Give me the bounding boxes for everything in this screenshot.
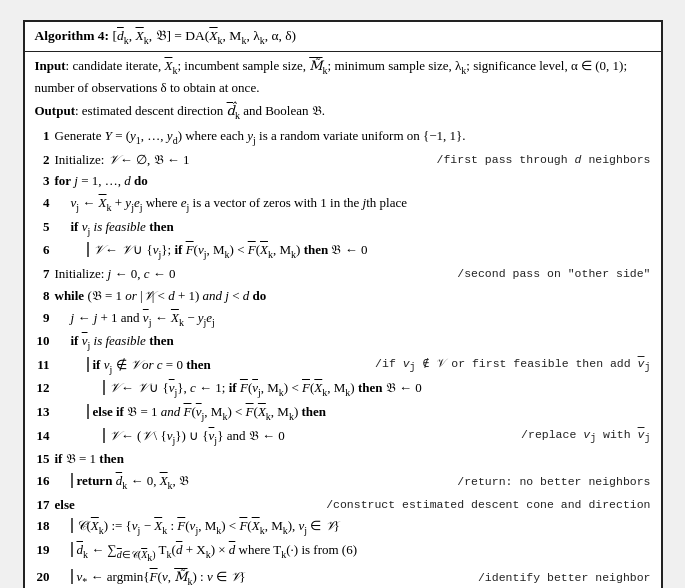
line-body-8: while (𝔅 = 1 or |𝒱| < d + 1) and j < d d…	[55, 286, 651, 307]
line-num-17: 17	[35, 495, 55, 516]
line-19: 19 dk ← ∑d∈𝒞(Xk) Tk(d + Xk) × d where Tk…	[35, 540, 651, 566]
line-comment-7: /second pass on "other side"	[447, 265, 650, 283]
line-10: 10 if vj is feasible then	[35, 331, 651, 354]
input-section: Input: candidate iterate, Xk; incumbent …	[35, 56, 651, 98]
line-num-14: 14	[35, 426, 55, 449]
line-num-8: 8	[35, 286, 55, 307]
line-num-3: 3	[35, 171, 55, 192]
algorithm-title: Algorithm 4:	[35, 28, 110, 43]
line-main-2: Initialize: 𝒱 ← ∅, 𝔅 ← 1	[55, 150, 427, 171]
line-14: 14 𝒱 ← (𝒱 \ {vj}) ∪ {vj} and 𝔅 ← 0 /repl…	[35, 426, 651, 449]
line-3: 3 for j = 1, …, d do	[35, 171, 651, 192]
algorithm-steps: 1 Generate Y = (y1, …, yd) where each yj…	[35, 126, 651, 588]
line-main-3: for j = 1, …, d do	[55, 171, 651, 192]
line-main-16: return dk ← 0, Xk, 𝔅	[55, 471, 448, 494]
line-main-6: 𝒱 ← 𝒱 ∪ {vj}; if F(vj, Mk) < F(Xk, Mk) t…	[55, 240, 651, 263]
output-dk: d̂	[227, 103, 235, 118]
line-num-15: 15	[35, 449, 55, 470]
line-num-7: 7	[35, 264, 55, 285]
line-main-18: 𝒞(Xk) := {vj − Xk : F(vj, Mk) < F(Xk, Mk…	[55, 516, 651, 539]
line-2: 2 Initialize: 𝒱 ← ∅, 𝔅 ← 1 /first pass t…	[35, 150, 651, 171]
algorithm-header: Algorithm 4: [dk, Xk, 𝔅] = DA(Xk, Mk, λk…	[25, 22, 661, 52]
line-main-8: while (𝔅 = 1 or |𝒱| < d + 1) and j < d d…	[55, 286, 651, 307]
line-main-5: if vj is feasible then	[55, 217, 651, 240]
algorithm-body: Input: candidate iterate, Xk; incumbent …	[25, 52, 661, 588]
line-num-18: 18	[35, 516, 55, 539]
line-main-12: 𝒱 ← 𝒱 ∪ {vj}, c ← 1; if F(vj, Mk) < F(Xk…	[55, 378, 651, 401]
line-17: 17 else /construct estimated descent con…	[35, 495, 651, 516]
line-11: 11 if vj ∉ 𝒱 or c = 0 then /if vj ∉ 𝒱 or…	[35, 355, 651, 378]
line-body-17: else /construct estimated descent cone a…	[55, 495, 651, 516]
input-label: Input	[35, 58, 66, 73]
line-body-11: if vj ∉ 𝒱 or c = 0 then /if vj ∉ 𝒱 or fi…	[55, 355, 651, 378]
line-body-9: j ← j + 1 and vj ← Xk − yjej	[55, 308, 651, 331]
line-18: 18 𝒞(Xk) := {vj − Xk : F(vj, Mk) < F(Xk,…	[35, 516, 651, 539]
line-5: 5 if vj is feasible then	[35, 217, 651, 240]
line-num-13: 13	[35, 402, 55, 425]
line-comment-20: /identify better neighbor	[468, 569, 651, 587]
line-7: 7 Initialize: j ← 0, c ← 0 /second pass …	[35, 264, 651, 285]
line-num-6: 6	[35, 240, 55, 263]
line-body-3: for j = 1, …, d do	[55, 171, 651, 192]
line-main-7: Initialize: j ← 0, c ← 0	[55, 264, 448, 285]
line-body-15: if 𝔅 = 1 then	[55, 449, 651, 470]
line-num-10: 10	[35, 331, 55, 354]
line-body-5: if vj is feasible then	[55, 217, 651, 240]
line-main-1: Generate Y = (y1, …, yd) where each yj i…	[55, 126, 651, 149]
line-num-2: 2	[35, 150, 55, 171]
line-comment-17: /construct estimated descent cone and di…	[316, 496, 650, 514]
line-16: 16 return dk ← 0, Xk, 𝔅 /return: no bett…	[35, 471, 651, 494]
line-body-12: 𝒱 ← 𝒱 ∪ {vj}, c ← 1; if F(vj, Mk) < F(Xk…	[55, 378, 651, 401]
line-body-6: 𝒱 ← 𝒱 ∪ {vj}; if F(vj, Mk) < F(Xk, Mk) t…	[55, 240, 651, 263]
line-body-10: if vj is feasible then	[55, 331, 651, 354]
line-main-15: if 𝔅 = 1 then	[55, 449, 651, 470]
line-1: 1 Generate Y = (y1, …, yd) where each yj…	[35, 126, 651, 149]
algorithm-box: Algorithm 4: [dk, Xk, 𝔅] = DA(Xk, Mk, λk…	[23, 20, 663, 588]
line-comment-14: /replace vj with vj	[511, 426, 650, 447]
line-8: 8 while (𝔅 = 1 or |𝒱| < d + 1) and j < d…	[35, 286, 651, 307]
line-num-9: 9	[35, 308, 55, 331]
line-4: 4 vj ← Xk + yjej where ej is a vector of…	[35, 193, 651, 216]
line-body-20: v* ← argmin{F(v, M̃k) : v ∈ 𝒱} /identify…	[55, 567, 651, 588]
line-num-16: 16	[35, 471, 55, 494]
line-num-4: 4	[35, 193, 55, 216]
line-main-14: 𝒱 ← (𝒱 \ {vj}) ∪ {vj} and 𝔅 ← 0	[55, 426, 512, 449]
line-comment-11: /if vj ∉ 𝒱 or first feasible then add vj	[365, 355, 650, 376]
line-main-10: if vj is feasible then	[55, 331, 651, 354]
line-main-19: dk ← ∑d∈𝒞(Xk) Tk(d + Xk) × d where Tk(·)…	[55, 540, 651, 566]
line-main-13: else if 𝔅 = 1 and F(vj, Mk) < F(Xk, Mk) …	[55, 402, 651, 425]
line-body-2: Initialize: 𝒱 ← ∅, 𝔅 ← 1 /first pass thr…	[55, 150, 651, 171]
line-body-7: Initialize: j ← 0, c ← 0 /second pass on…	[55, 264, 651, 285]
line-num-1: 1	[35, 126, 55, 149]
line-comment-16: /return: no better neighbors	[447, 473, 650, 491]
line-body-13: else if 𝔅 = 1 and F(vj, Mk) < F(Xk, Mk) …	[55, 402, 651, 425]
line-13: 13 else if 𝔅 = 1 and F(vj, Mk) < F(Xk, M…	[35, 402, 651, 425]
line-num-20: 20	[35, 567, 55, 588]
line-body-16: return dk ← 0, Xk, 𝔅 /return: no better …	[55, 471, 651, 494]
output-label: Output	[35, 103, 75, 118]
line-main-11: if vj ∉ 𝒱 or c = 0 then	[55, 355, 366, 378]
line-20: 20 v* ← argmin{F(v, M̃k) : v ∈ 𝒱} /ident…	[35, 567, 651, 588]
algorithm-signature: [dk, Xk, 𝔅] = DA(Xk, Mk, λk, α, δ)	[113, 28, 297, 43]
line-num-19: 19	[35, 540, 55, 566]
line-body-18: 𝒞(Xk) := {vj − Xk : F(vj, Mk) < F(Xk, Mk…	[55, 516, 651, 539]
line-num-12: 12	[35, 378, 55, 401]
line-body-1: Generate Y = (y1, …, yd) where each yj i…	[55, 126, 651, 149]
line-body-19: dk ← ∑d∈𝒞(Xk) Tk(d + Xk) × d where Tk(·)…	[55, 540, 651, 566]
line-body-14: 𝒱 ← (𝒱 \ {vj}) ∪ {vj} and 𝔅 ← 0 /replace…	[55, 426, 651, 449]
line-main-4: vj ← Xk + yjej where ej is a vector of z…	[55, 193, 651, 216]
line-main-17: else	[55, 495, 317, 516]
line-comment-2: /first pass through d neighbors	[427, 151, 651, 169]
line-body-4: vj ← Xk + yjej where ej is a vector of z…	[55, 193, 651, 216]
line-num-11: 11	[35, 355, 55, 378]
line-15: 15 if 𝔅 = 1 then	[35, 449, 651, 470]
input-mk: M̃	[309, 58, 322, 73]
line-num-5: 5	[35, 217, 55, 240]
line-main-20: v* ← argmin{F(v, M̃k) : v ∈ 𝒱}	[55, 567, 468, 588]
line-12: 12 𝒱 ← 𝒱 ∪ {vj}, c ← 1; if F(vj, Mk) < F…	[35, 378, 651, 401]
output-section: Output: estimated descent direction d̂k …	[35, 101, 651, 123]
line-main-9: j ← j + 1 and vj ← Xk − yjej	[55, 308, 651, 331]
line-6: 6 𝒱 ← 𝒱 ∪ {vj}; if F(vj, Mk) < F(Xk, Mk)…	[35, 240, 651, 263]
line-9: 9 j ← j + 1 and vj ← Xk − yjej	[35, 308, 651, 331]
